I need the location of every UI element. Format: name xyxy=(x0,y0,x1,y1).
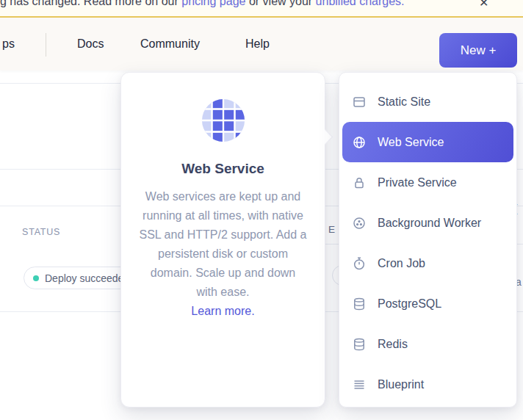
menu-item-private-service[interactable]: Private Service xyxy=(339,162,516,203)
menu-item-cron-job[interactable]: Cron Job xyxy=(339,243,516,283)
banner-text: g has changed. Read more on our xyxy=(0,0,181,7)
close-icon[interactable]: ✕ xyxy=(479,0,488,10)
unbilled-charges-link[interactable]: unbilled charges. xyxy=(316,0,405,7)
menu-item-label: Redis xyxy=(378,338,408,351)
globe-illustration-icon xyxy=(121,98,325,146)
web-service-icon xyxy=(352,135,367,150)
postgresql-icon xyxy=(352,297,367,311)
static-site-icon xyxy=(352,95,367,109)
nav-item-help[interactable]: Help xyxy=(245,18,270,70)
popover-description: Web services are kept up and running at … xyxy=(136,187,310,302)
pricing-banner-message: g has changed. Read more on our pricing … xyxy=(0,0,405,8)
private-service-icon xyxy=(352,175,367,190)
menu-item-background-worker[interactable]: Background Worker xyxy=(339,203,516,243)
deploy-status-label: Deploy succeeded xyxy=(45,272,129,284)
render-dashboard: STATUS E Deploy succeeded ( la g has cha… xyxy=(0,0,523,420)
menu-item-label: Cron Job xyxy=(378,257,425,270)
menu-item-static-site[interactable]: Static Site xyxy=(339,82,516,122)
menu-item-label: Background Worker xyxy=(378,217,481,230)
menu-item-label: Static Site xyxy=(378,95,430,109)
nav-divider xyxy=(46,33,46,57)
web-service-popover: Web Service Web services are kept up and… xyxy=(120,72,325,408)
nav-item-docs[interactable]: Docs xyxy=(77,18,104,70)
menu-item-label: Web Service xyxy=(378,136,444,149)
menu-item-label: Blueprint xyxy=(378,378,424,391)
column-header-fragment: E xyxy=(328,224,336,235)
cron-job-icon xyxy=(352,256,367,271)
status-dot-icon xyxy=(33,275,39,281)
nav-item-apps-fragment[interactable]: ps xyxy=(2,18,15,70)
popover-title: Web Service xyxy=(121,161,325,177)
learn-more-link[interactable]: Learn more. xyxy=(191,302,254,321)
menu-item-blueprint[interactable]: Blueprint xyxy=(339,364,516,405)
redis-icon xyxy=(352,337,367,352)
menu-item-redis[interactable]: Redis xyxy=(339,324,516,364)
pricing-banner: g has changed. Read more on our pricing … xyxy=(0,0,523,18)
new-button[interactable]: New + xyxy=(439,33,517,68)
new-menu: Static SiteWeb ServicePrivate ServiceBac… xyxy=(339,72,517,408)
menu-item-postgresql[interactable]: PostgreSQL xyxy=(339,283,516,324)
status-column-header: STATUS xyxy=(22,227,60,237)
menu-item-web-service[interactable]: Web Service xyxy=(342,122,513,162)
blueprint-icon xyxy=(352,377,367,392)
menu-item-label: Private Service xyxy=(378,176,457,189)
pricing-page-link[interactable]: pricing page xyxy=(181,0,245,7)
nav-item-community[interactable]: Community xyxy=(140,18,200,70)
banner-text: or view your xyxy=(245,0,315,7)
menu-item-label: PostgreSQL xyxy=(378,297,441,311)
background-worker-icon xyxy=(352,216,367,231)
top-nav: ps Docs Community Help New + xyxy=(0,18,523,70)
